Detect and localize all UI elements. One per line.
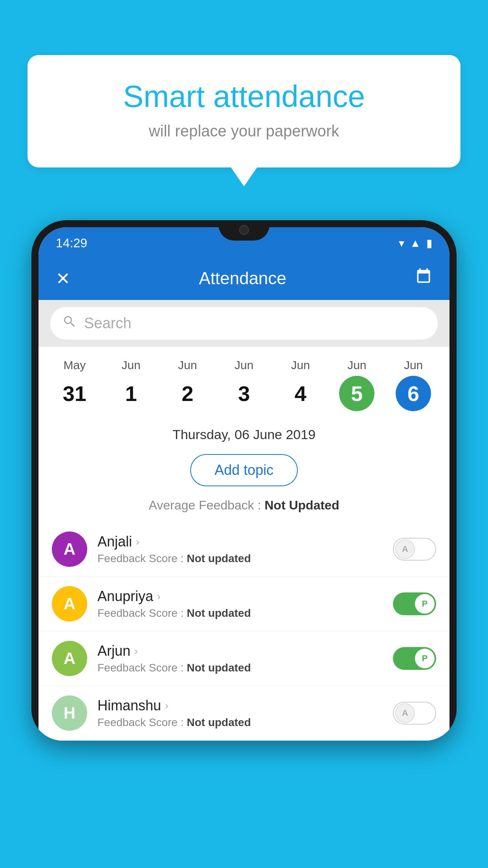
search-bar[interactable]: Search <box>50 307 438 340</box>
student-name-himanshu: Himanshu › <box>97 697 383 714</box>
student-name-arjun: Arjun › <box>97 643 383 659</box>
cal-month-2: Jun <box>178 359 197 372</box>
student-name-anupriya: Anupriya › <box>97 588 383 605</box>
cal-day-5[interactable]: Jun 5 <box>335 359 378 411</box>
student-row[interactable]: A Anjali › Feedback Score : Not updated … <box>39 522 449 577</box>
phone-notch <box>218 220 270 241</box>
app-bar: ✕ Attendance <box>39 257 449 300</box>
cal-date-4: 4 <box>283 376 318 411</box>
cal-month-3: Jun <box>235 359 253 372</box>
chevron-right-icon: › <box>165 700 169 712</box>
speech-bubble: Smart attendance will replace your paper… <box>28 55 460 167</box>
student-name-anjali: Anjali › <box>97 533 383 550</box>
chevron-right-icon: › <box>134 645 138 657</box>
search-icon <box>62 314 77 333</box>
student-avatar-himanshu: H <box>52 695 87 731</box>
cal-day-3[interactable]: Jun 3 <box>222 359 266 411</box>
cal-date-2: 2 <box>170 376 205 411</box>
status-icons: ▾ ▲ ▮ <box>399 237 432 250</box>
student-info-arjun: Arjun › Feedback Score : Not updated <box>97 643 383 674</box>
student-score-anjali: Feedback Score : Not updated <box>97 552 383 565</box>
bubble-title: Smart attendance <box>59 79 429 114</box>
student-info-anupriya: Anupriya › Feedback Score : Not updated <box>97 588 383 620</box>
phone-screen: 14:29 ▾ ▲ ▮ ✕ Attendance <box>39 227 449 741</box>
cal-month-4: Jun <box>291 359 310 372</box>
front-camera <box>239 225 249 235</box>
toggle-knob: A <box>395 703 415 723</box>
phone-frame: 14:29 ▾ ▲ ▮ ✕ Attendance <box>31 220 457 741</box>
student-avatar-arjun: A <box>52 641 87 676</box>
cal-month-1: Jun <box>121 359 140 372</box>
signal-icon: ▲ <box>410 237 421 250</box>
cal-day-2[interactable]: Jun 2 <box>166 359 209 411</box>
cal-day-4[interactable]: Jun 4 <box>279 359 322 411</box>
calendar-strip: May 31 Jun 1 Jun 2 Jun 3 Jun 4 <box>39 347 449 419</box>
wifi-icon: ▾ <box>399 237 404 250</box>
toggle-knob: P <box>415 594 435 614</box>
student-row[interactable]: A Arjun › Feedback Score : Not updated P <box>39 631 449 686</box>
student-avatar-anjali: A <box>52 531 87 567</box>
student-info-anjali: Anjali › Feedback Score : Not updated <box>97 533 383 565</box>
cal-date-1: 1 <box>114 376 149 411</box>
student-list: A Anjali › Feedback Score : Not updated … <box>39 522 449 741</box>
attendance-toggle-arjun[interactable]: P <box>393 647 436 670</box>
status-time: 14:29 <box>56 236 87 250</box>
cal-month-6: Jun <box>404 359 423 372</box>
attendance-toggle-anjali[interactable]: A <box>393 538 436 561</box>
selected-date-label: Thursday, 06 June 2019 <box>39 419 449 450</box>
avg-feedback-label: Average Feedback : <box>149 498 265 512</box>
toggle-knob: P <box>415 649 435 668</box>
toggle-knob: A <box>395 539 415 559</box>
app-bar-title: Attendance <box>199 268 286 288</box>
attendance-toggle-himanshu[interactable]: A <box>393 702 436 725</box>
student-info-himanshu: Himanshu › Feedback Score : Not updated <box>97 697 383 729</box>
search-bar-wrapper: Search <box>39 300 449 347</box>
avg-feedback: Average Feedback : Not Updated <box>39 494 449 522</box>
cal-month-0: May <box>64 359 86 372</box>
student-score-anupriya: Feedback Score : Not updated <box>97 607 383 620</box>
cal-day-6[interactable]: Jun 6 <box>392 359 435 411</box>
close-icon[interactable]: ✕ <box>56 268 70 289</box>
student-row[interactable]: H Himanshu › Feedback Score : Not update… <box>39 686 449 741</box>
cal-month-5: Jun <box>347 359 366 372</box>
calendar-icon[interactable] <box>415 268 432 289</box>
speech-bubble-container: Smart attendance will replace your paper… <box>28 55 460 167</box>
battery-icon: ▮ <box>426 237 432 250</box>
cal-day-1[interactable]: Jun 1 <box>110 359 153 411</box>
student-avatar-anupriya: A <box>52 586 87 622</box>
student-score-arjun: Feedback Score : Not updated <box>97 662 383 674</box>
chevron-right-icon: › <box>157 590 161 603</box>
avg-feedback-value: Not Updated <box>264 498 339 512</box>
bubble-subtitle: will replace your paperwork <box>59 122 429 140</box>
search-input-placeholder: Search <box>84 315 131 332</box>
attendance-toggle-anupriya[interactable]: P <box>393 592 436 615</box>
cal-day-0[interactable]: May 31 <box>53 359 96 411</box>
cal-date-5: 5 <box>339 376 374 411</box>
cal-date-0: 31 <box>57 376 92 411</box>
add-topic-wrapper: Add topic <box>39 450 449 494</box>
chevron-right-icon: › <box>136 536 139 548</box>
student-row[interactable]: A Anupriya › Feedback Score : Not update… <box>39 577 449 631</box>
cal-date-3: 3 <box>226 376 262 411</box>
phone-container: 14:29 ▾ ▲ ▮ ✕ Attendance <box>31 220 457 868</box>
cal-date-6: 6 <box>396 376 431 411</box>
student-score-himanshu: Feedback Score : Not updated <box>97 716 383 729</box>
add-topic-button[interactable]: Add topic <box>190 454 298 486</box>
